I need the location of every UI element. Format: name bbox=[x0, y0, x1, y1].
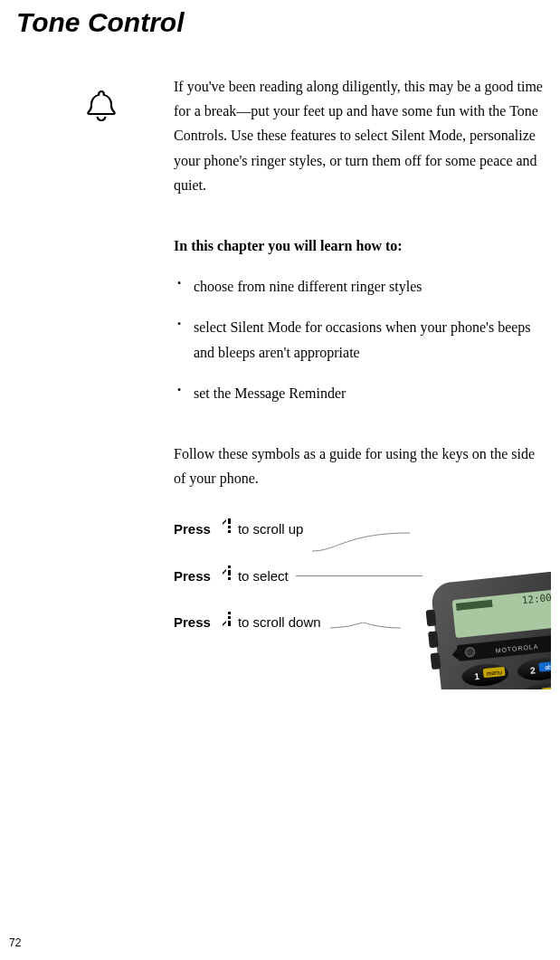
svg-rect-1 bbox=[228, 518, 231, 524]
svg-rect-19 bbox=[457, 633, 551, 661]
page-title: Tone Control bbox=[16, 7, 544, 38]
key-row-down: Press to scroll down bbox=[174, 609, 544, 636]
press-label: Press bbox=[174, 565, 211, 588]
svg-rect-7 bbox=[228, 577, 231, 580]
list-item: select Silent Mode for occasions when yo… bbox=[174, 315, 544, 364]
svg-text:lock: lock bbox=[546, 689, 551, 689]
svg-marker-10 bbox=[223, 621, 226, 626]
intro-paragraph: If you've been reading along diligently,… bbox=[174, 74, 544, 197]
svg-marker-4 bbox=[223, 569, 226, 575]
follow-paragraph: Follow these symbols as a guide for usin… bbox=[174, 442, 544, 490]
svg-rect-9 bbox=[228, 616, 231, 619]
svg-rect-6 bbox=[228, 570, 231, 575]
scroll-up-icon bbox=[220, 516, 233, 543]
svg-rect-11 bbox=[228, 621, 231, 626]
key-row-select: Press to select bbox=[174, 563, 544, 590]
select-icon bbox=[220, 563, 233, 590]
key-text: to scroll up bbox=[238, 518, 304, 541]
press-label: Press bbox=[174, 518, 211, 541]
page-number: 72 bbox=[9, 936, 21, 949]
svg-point-23 bbox=[460, 661, 509, 688]
svg-point-34 bbox=[519, 681, 551, 689]
svg-text:abc: abc bbox=[545, 663, 551, 670]
svg-text:1: 1 bbox=[474, 671, 480, 682]
svg-rect-29 bbox=[538, 661, 551, 671]
svg-text:menu: menu bbox=[486, 669, 502, 677]
svg-rect-8 bbox=[228, 612, 231, 614]
body-column: If you've been reading along diligently,… bbox=[174, 74, 544, 636]
svg-point-20 bbox=[465, 647, 475, 657]
press-label: Press bbox=[174, 611, 211, 634]
svg-marker-21 bbox=[451, 649, 458, 661]
leader-line-icon bbox=[296, 575, 422, 576]
key-text: to select bbox=[238, 565, 289, 588]
key-text: to scroll down bbox=[238, 611, 321, 634]
svg-rect-36 bbox=[541, 686, 551, 689]
leader-line-icon bbox=[328, 623, 401, 646]
scroll-down-icon bbox=[220, 609, 233, 636]
svg-point-27 bbox=[517, 656, 551, 682]
svg-rect-5 bbox=[228, 566, 231, 568]
leader-line-icon bbox=[310, 529, 410, 553]
bullet-list: choose from nine different ringer styles… bbox=[174, 274, 544, 405]
key-row-up: Press to scroll up bbox=[174, 516, 544, 543]
svg-rect-3 bbox=[228, 530, 231, 533]
svg-text:2: 2 bbox=[530, 665, 536, 676]
key-guide: Press to scroll up Press bbox=[174, 516, 544, 636]
list-item: choose from nine different ringer styles bbox=[174, 274, 544, 299]
svg-marker-0 bbox=[223, 519, 226, 525]
page: Tone Control If you've been reading alon… bbox=[0, 0, 560, 960]
subheading: In this chapter you will learn how to: bbox=[174, 233, 544, 258]
svg-rect-15 bbox=[431, 652, 441, 670]
svg-rect-25 bbox=[483, 667, 506, 678]
svg-point-31 bbox=[463, 687, 512, 689]
list-item: set the Message Reminder bbox=[174, 381, 544, 405]
bell-icon bbox=[81, 86, 121, 129]
phone-brand-text: MOTOROLA bbox=[495, 643, 538, 654]
svg-rect-2 bbox=[228, 526, 231, 528]
